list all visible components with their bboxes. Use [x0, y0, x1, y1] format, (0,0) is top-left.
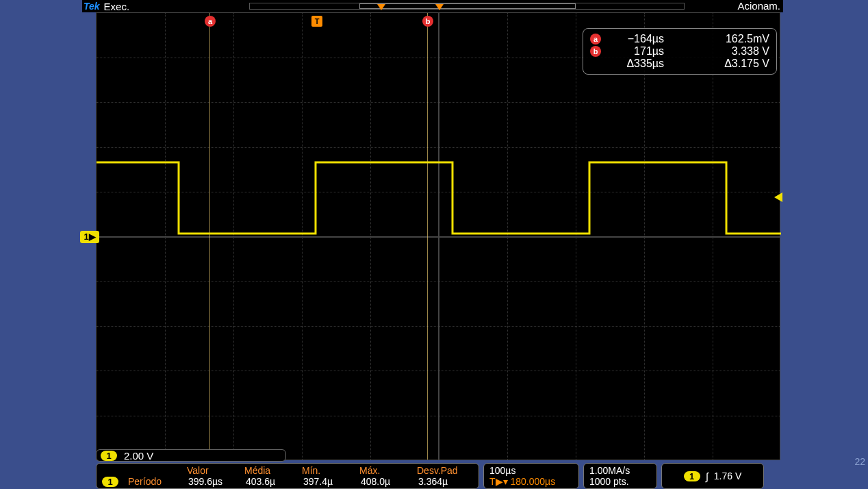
readout-row-delta: Δ335µs Δ3.175 V	[590, 58, 769, 70]
page-number: 22	[854, 456, 865, 467]
record-length: 1000 pts.	[589, 476, 651, 487]
timebase-scale: 100µs	[489, 465, 573, 476]
cursor-a-time: −164µs	[609, 33, 664, 45]
meas-label: Período	[128, 476, 179, 487]
trigger-level: 1.76 V	[714, 471, 741, 481]
center-axis-h	[97, 236, 780, 238]
readout-row-b: b 171µs 3.338 V	[590, 45, 769, 58]
measurement-values: 1 Período 399.6µs 403.6µ 397.4µ 408.0µ 3…	[102, 476, 473, 487]
sample-rate: 1.00MA/s	[589, 465, 651, 476]
ch1-scale-value: 2.00 V	[124, 450, 153, 462]
meas-ch-pill: 1	[102, 477, 118, 487]
t-reference-badge: T	[311, 16, 322, 27]
meas-max: 408.0µ	[361, 476, 409, 487]
hdr-min: Mín.	[302, 465, 350, 476]
cursor-b-volt: 3.338 V	[672, 45, 769, 58]
ch-num: 1	[84, 231, 88, 242]
cursor-a-line[interactable]	[209, 13, 210, 460]
hdr-media: Média	[244, 465, 292, 476]
ch1-ground-marker[interactable]: 1▶	[80, 231, 99, 243]
ch1-pill: 1	[101, 451, 117, 461]
t-marker-icon	[377, 4, 385, 10]
scope-topbar: Tek Exec. Acionam.	[82, 0, 783, 12]
delay-icon: T▶▾	[489, 476, 508, 487]
measurement-headers: Valor Média Mín. Máx. Desv.Pad	[102, 465, 473, 476]
cursor-delta-time: Δ335µs	[609, 58, 664, 70]
hdr-valor: Valor	[187, 465, 235, 476]
trigger-ch-pill: 1	[684, 471, 700, 481]
meas-min: 397.4µ	[303, 476, 351, 487]
meas-media: 403.6µ	[246, 476, 294, 487]
delay-value: 180.000µs	[510, 476, 555, 487]
trigger-box[interactable]: 1 ∫ 1.76 V	[661, 463, 764, 489]
meas-valor: 399.6µs	[188, 476, 236, 487]
cursor-readout-box: a −164µs 162.5mV b 171µs 3.338 V Δ335µs …	[583, 28, 777, 75]
ch1-scale-box[interactable]: 1 2.00 V	[96, 449, 286, 462]
cursor-b-line[interactable]	[427, 13, 428, 460]
waveform-display[interactable]: a b T 1▶ a −164µs 162.5mV b 171µs 3.338 …	[96, 12, 780, 460]
trigger-level-marker[interactable]	[774, 192, 782, 202]
cursor-b-time: 171µs	[609, 45, 664, 58]
timebase-box[interactable]: 100µs T▶▾ 180.000µs	[483, 463, 579, 489]
timebase-delay: T▶▾ 180.000µs	[489, 476, 573, 487]
hdr-desv: Desv.Pad	[417, 465, 472, 476]
trigger-pos-icon	[435, 4, 444, 10]
sample-rate-box[interactable]: 1.00MA/s 1000 pts.	[583, 463, 657, 489]
hdr-max: Máx.	[359, 465, 407, 476]
bottom-bar: Valor Média Mín. Máx. Desv.Pad 1 Período…	[96, 463, 868, 489]
rising-edge-icon: ∫	[706, 471, 709, 482]
run-status: Exec.	[100, 1, 130, 12]
trigger-menu-label[interactable]: Acionam.	[737, 0, 780, 12]
readout-b-badge: b	[590, 46, 601, 57]
acquisition-overview	[249, 3, 685, 10]
cursor-a-volt: 162.5mV	[672, 33, 769, 45]
readout-row-a: a −164µs 162.5mV	[590, 33, 769, 45]
acquisition-window	[359, 3, 576, 9]
cursor-delta-volt: Δ3.175 V	[672, 58, 769, 70]
readout-a-badge: a	[590, 34, 601, 45]
meas-desv: 3.364µ	[418, 476, 473, 487]
measurement-box[interactable]: Valor Média Mín. Máx. Desv.Pad 1 Período…	[96, 463, 479, 489]
cursor-b-badge[interactable]: b	[422, 16, 433, 27]
cursor-a-badge[interactable]: a	[205, 16, 216, 27]
tek-logo: Tek	[82, 1, 100, 12]
